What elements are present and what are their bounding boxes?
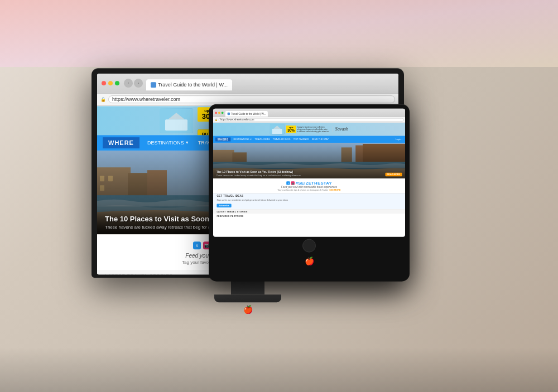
tablet-sidebar-section: GET TRAVEL IDEAS Sign up for our newslet… — [213, 193, 405, 209]
tablet-ad-inner: up to 30% happy to launch our new collec… — [270, 124, 348, 134]
twitter-icon[interactable]: t — [193, 241, 201, 249]
apple-icon: 🍎 — [243, 305, 253, 314]
tablet-twitter-icon[interactable]: t — [286, 181, 290, 185]
tablet-hero-overlay: The 10 Places to Visit as Soon as You Re… — [217, 170, 402, 176]
tablet-browser-chrome: Travel Guide to the World | W... — [213, 108, 405, 117]
tablet-frame: Travel Guide to the World | W... 🔒 https… — [209, 104, 410, 281]
tablet-nav-login[interactable]: Login→ — [396, 138, 403, 140]
forward-button[interactable]: › — [134, 79, 143, 88]
tablet-nav-trip-planner[interactable]: TRIP PLANNER — [292, 138, 310, 140]
tablet-see-more[interactable]: SEE MORE — [329, 188, 340, 191]
tablet-read-more-button[interactable]: READ MORE — [385, 172, 402, 176]
tablet-tab-favicon — [228, 112, 230, 114]
tablet-screen: Travel Guide to the World | W... 🔒 https… — [213, 108, 405, 236]
tablet-seize-subtitle: Feed your soul with memorable travel exp… — [217, 186, 401, 188]
maximize-button[interactable] — [115, 81, 119, 85]
tablet-discount-badge: up to 30% — [286, 125, 296, 133]
tablet-seize-tagline: Tag your favorite tips & photos on Insta… — [217, 188, 401, 191]
tablet-subscribe-button[interactable]: Subscribe — [217, 204, 231, 207]
nav-logo[interactable]: where — [103, 137, 140, 148]
tablet-instagram-icon[interactable]: 📷 — [291, 181, 294, 185]
bg-gradient-top — [0, 0, 558, 67]
tablet-lock-icon: 🔒 — [215, 118, 217, 120]
tablet-featured-partners: FEATURED PARTNERS — [213, 214, 405, 218]
tablet-nav-logo[interactable]: where — [215, 137, 231, 141]
url-text: https://www.wheretraveler.com — [112, 96, 180, 102]
tablet-nav-seize[interactable]: SEIZE THE STAY — [310, 138, 330, 140]
tablet-website-content: Travel Guide to the World | W... 🔒 https… — [213, 108, 405, 218]
tablet-nav: where DESTINATIONS ▼ TRAVEL IDEAS TRAVEL… — [213, 135, 405, 143]
tablet-address-bar-row: 🔒 https://www.wheretraveler.com — [213, 117, 405, 123]
tab-favicon — [151, 82, 156, 88]
tablet-close[interactable] — [215, 112, 217, 114]
browser-chrome: ‹ › Travel Guide to the World | W... — [97, 74, 398, 94]
back-button[interactable]: ‹ — [124, 79, 133, 88]
tablet-hero-title: The 10 Places to Visit as Soon as You Re… — [217, 170, 402, 173]
tablet-seize-hashtag: #SEIZETHESTAY — [296, 180, 332, 185]
tablet-apple-logo: 🍎 — [213, 255, 405, 265]
tablet-home-button[interactable] — [302, 239, 316, 252]
close-button[interactable] — [102, 81, 106, 85]
tablet-get-ideas-header: GET TRAVEL IDEAS — [217, 195, 401, 197]
tablet-featured-header: FEATURED PARTNERS — [217, 215, 401, 217]
apple-icon-tablet: 🍎 — [305, 256, 314, 265]
address-bar[interactable]: https://www.wheretraveler.com — [108, 95, 395, 103]
tablet-device: Travel Guide to the World | W... 🔒 https… — [209, 104, 410, 281]
tablet-get-ideas-text: Sign up for our newsletter and get great… — [217, 198, 401, 201]
tablet-brand: Savash — [333, 126, 348, 132]
tablet-ad-text: happy to launch our new collection shop … — [297, 125, 330, 132]
tablet-url: https://www.wheretraveler.com — [220, 118, 254, 120]
tablet-seize-section: t 📷 #SEIZETHESTAY Feed your soul with me… — [213, 178, 405, 193]
nav-buttons: ‹ › — [124, 79, 143, 88]
tab-title: Travel Guide to the World | W... — [158, 82, 228, 88]
nav-destinations[interactable]: DESTINATIONS ▼ — [143, 140, 194, 146]
bg-gradient-bottom — [0, 347, 558, 392]
tablet-window-controls — [215, 112, 223, 114]
monitor-apple-logo: 🍎 — [92, 304, 404, 314]
tablet-nav-destinations[interactable]: DESTINATIONS ▼ — [232, 138, 253, 140]
tablet-maximize[interactable] — [222, 112, 224, 114]
browser-tab[interactable]: Travel Guide to the World | W... — [146, 79, 232, 90]
tablet-hero: The 10 Places to Visit as Soon as You Re… — [213, 143, 405, 178]
tablet-hero-subtitle: These havens are tucked away retreats th… — [217, 174, 402, 176]
tablet-latest-stories: LATEST TRAVEL STORIES — [213, 209, 405, 214]
chevron-down-icon: ▼ — [185, 141, 189, 144]
tablet-address-bar[interactable]: https://www.wheretraveler.com — [219, 118, 404, 121]
tablet-nav-traveler-blog[interactable]: TRAVELER BLOG — [271, 138, 292, 140]
lock-icon: 🔒 — [100, 97, 106, 102]
svg-rect-26 — [272, 129, 282, 134]
tablet-browser-tab[interactable]: Travel Guide to the World | W... — [225, 110, 268, 116]
tablet-minimize[interactable] — [218, 112, 220, 114]
tablet-ad-banner: up to 30% happy to launch our new collec… — [213, 123, 405, 135]
tablet-tab-title: Travel Guide to the World | W... — [231, 112, 266, 114]
minimize-button[interactable] — [108, 81, 113, 85]
monitor-stand-base — [214, 294, 281, 302]
svg-rect-1 — [165, 119, 187, 130]
tablet-nav-travel-ideas[interactable]: TRAVEL IDEAS — [253, 138, 271, 140]
scene-container: ‹ › Travel Guide to the World | W... 🔒 h… — [0, 0, 558, 392]
window-controls — [102, 81, 119, 85]
